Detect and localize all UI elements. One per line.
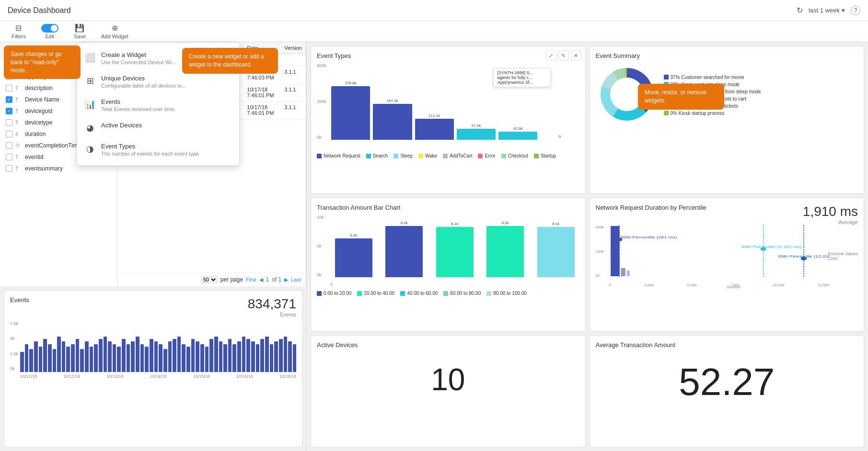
field-checkbox[interactable] [6, 119, 12, 126]
txn-legend-dot [317, 291, 322, 296]
field-type-icon: # [15, 132, 22, 137]
bar-value-label: 42.9k [513, 126, 523, 131]
txn-bar-label: 8.1k [451, 222, 458, 226]
time-range-selector[interactable]: last 1 week ▾ [809, 7, 845, 14]
menu-item-desc-2: Configurable table of all devices m... [101, 83, 231, 89]
events-bar [145, 347, 149, 372]
txn-legend-label: 20.00 to 40.00 [364, 291, 394, 296]
col-header-version: Version [280, 42, 306, 54]
chevron-down-icon: ▾ [842, 7, 845, 14]
txn-bars: 6.2k8.2k8.1k8.2k8.1k [330, 215, 579, 277]
active-devices-title: Active Devices [317, 341, 579, 349]
event-legend-item: 37% Customer searched for movie [664, 75, 761, 80]
field-checkbox[interactable]: ✓ [6, 108, 12, 114]
events-bar [228, 339, 232, 372]
save-button[interactable]: 💾 Save [70, 22, 90, 41]
legend-color-dot [443, 154, 448, 158]
callout-move: Move, resize, or remove widgets. [638, 84, 724, 110]
edit-toggle[interactable] [41, 24, 58, 33]
prev-page-button[interactable]: ◀ [259, 277, 263, 283]
menu-item-event-types[interactable]: ◑ Event Types The number of events for e… [77, 138, 239, 161]
per-page-select[interactable]: 50 [201, 276, 218, 283]
events-bar [242, 337, 246, 372]
events-bar [25, 344, 29, 372]
txn-legend-item: 20.00 to 40.00 [357, 291, 394, 296]
menu-item-desc-3: Total Events received over time. [101, 106, 231, 112]
txn-legend-item: 60.00 to 80.00 [443, 291, 481, 296]
event-type-bar-wrap: 187.2k [373, 63, 412, 140]
events-bar [232, 344, 236, 372]
next-page-button[interactable]: ▶ [284, 277, 288, 283]
edit-widget-button[interactable]: ✎ [558, 50, 569, 61]
events-bar [182, 344, 185, 372]
event-legend-dot [664, 75, 669, 79]
nrd-average: 1,910 ms [803, 204, 858, 219]
filters-button[interactable]: ⊟ Filters [8, 22, 30, 41]
close-widget-button[interactable]: ✕ [571, 50, 581, 61]
events-bar [90, 347, 93, 372]
nrd-svg: 50th Percentile (261 ms) 90th Percentile… [609, 225, 830, 278]
events-bar [163, 349, 167, 372]
event-type-bar [457, 129, 496, 140]
bar-value-label: 187.2k [387, 99, 398, 103]
field-checkbox[interactable] [6, 85, 12, 91]
legend-item: Search [366, 153, 388, 158]
events-bar [260, 339, 264, 372]
events-bar [117, 347, 121, 372]
txn-bar [537, 227, 575, 277]
expand-button[interactable]: ⤢ [546, 50, 556, 61]
txn-bar-wrap: 8.1k [532, 215, 579, 277]
field-checkbox[interactable] [6, 154, 12, 160]
events-bar [150, 339, 153, 372]
menu-item-title-3: Events [101, 98, 231, 105]
field-checkbox[interactable] [6, 142, 12, 149]
network-request-title: Network Request Duration by Percentile [596, 204, 706, 211]
legend-item: Error [478, 153, 495, 158]
event-legend-label: 37% Customer searched for movie [671, 75, 744, 80]
transaction-bar-chart: 10k5k0k 6.2k8.2k8.1k8.2k8.1k 0 [317, 215, 579, 287]
txn-bar [436, 227, 474, 277]
event-types-title: Event Types [317, 52, 579, 59]
help-icon[interactable]: ? [851, 6, 860, 15]
txn-bar-label: 6.2k [350, 233, 357, 237]
menu-item-content-5: Event Types The number of events for eac… [101, 143, 231, 157]
event-types-legend: Network RequestSearchSleepWakeAddToCartE… [317, 153, 579, 158]
first-page-button[interactable]: First [246, 277, 256, 282]
chart-tooltip: [SYNTH-1898] S... agents for fully c... … [493, 68, 551, 87]
transaction-bar-widget: Transaction Amount Bar Chart 10k5k0k 6.2… [311, 198, 586, 331]
legend-color-dot [534, 154, 539, 158]
bar-chart-icon: 📊 [85, 99, 95, 110]
nrd-extreme-values-label: Extreme Values [828, 251, 858, 256]
events-y-axis: 7.5k5k2.5k0k [10, 321, 20, 379]
events-bar [80, 349, 84, 372]
add-widget-button[interactable]: ⊕ Add Widget [97, 22, 132, 41]
svg-rect-1 [621, 268, 625, 276]
legend-color-dot [317, 154, 322, 158]
legend-color-dot [393, 154, 398, 158]
field-checkbox[interactable]: ✓ [6, 96, 12, 103]
filter-icon: ⊟ [15, 23, 22, 33]
txn-bar-wrap: 8.2k [482, 215, 529, 277]
field-name-label: eventsummary [25, 165, 63, 172]
pagination: 50 per page First ◀ 1 of 1 ▶ Last [117, 272, 306, 286]
menu-item-active-devices[interactable]: ◕ Active Devices [77, 117, 239, 138]
legend-label: Search [373, 153, 388, 158]
events-bar [57, 337, 61, 372]
txn-bar-wrap: 6.2k [330, 215, 377, 277]
events-bar [136, 337, 139, 372]
txn-bar [335, 238, 372, 277]
menu-item-events[interactable]: 📊 Events Total Events received over time… [77, 93, 239, 117]
field-checkbox[interactable] [6, 131, 12, 137]
last-page-button[interactable]: Last [291, 277, 301, 282]
events-bar [214, 337, 218, 372]
event-type-bar-wrap: 278.8k [331, 63, 370, 140]
txn-legend-dot [400, 291, 405, 296]
edit-button[interactable]: Edit [37, 22, 62, 41]
field-type-icon: T [15, 155, 22, 160]
txn-legend-dot [486, 291, 491, 296]
txn-y-axis: 10k5k0k [317, 215, 324, 277]
svg-text:50th Percentile (261 ms): 50th Percentile (261 ms) [621, 236, 677, 239]
refresh-icon[interactable]: ↻ [797, 6, 803, 15]
field-checkbox[interactable] [6, 165, 12, 172]
legend-item: Sleep [393, 153, 413, 158]
